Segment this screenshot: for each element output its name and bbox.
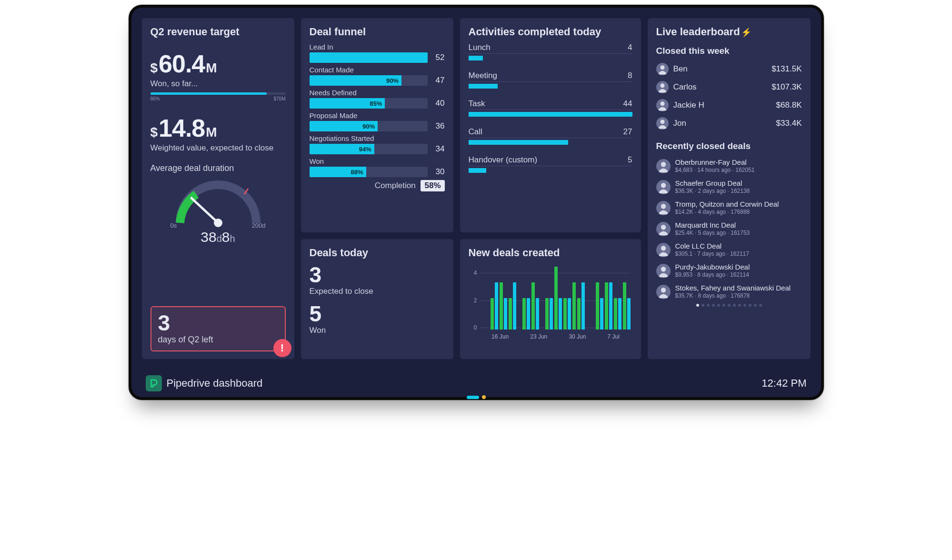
deal-row[interactable]: Marquardt Inc Deal$25.4K · 5 days ago · … <box>656 218 802 239</box>
deal-title: Oberbrunner-Fay Deal <box>675 158 755 166</box>
bar-group <box>541 267 544 330</box>
deal-subtitle: $9,953 · 8 days ago · 162114 <box>675 271 750 278</box>
avatar <box>656 99 669 111</box>
avatar <box>656 285 671 299</box>
card-new-deals: New deals created 4 2 0 16 Jun 23 Jun 30… <box>460 239 641 359</box>
leaderboard-row[interactable]: Carlos$107.3K <box>656 78 802 96</box>
weighted-suffix: M <box>206 125 217 140</box>
funnel-stage: Needs Defined 85% 40 <box>310 89 445 109</box>
deals-today-title: Deals today <box>310 247 445 259</box>
deal-title: Schaefer Group Deal <box>675 179 750 187</box>
deal-subtitle: $4,683 · 14 hours ago · 162051 <box>675 167 755 173</box>
activity-label: Task <box>469 99 485 109</box>
leaderboard-deals: Oberbrunner-Fay Deal$4,683 · 14 hours ag… <box>656 155 802 302</box>
avatar <box>656 222 671 236</box>
xlabel: 16 Jun <box>491 333 509 340</box>
deal-row[interactable]: Schaefer Group Deal$36.3K · 2 days ago ·… <box>656 176 802 197</box>
leaderboard-title: Live leaderboard⚡ <box>656 26 802 38</box>
bar-group <box>572 267 576 330</box>
progress-to-target: 86% $70M <box>150 92 286 101</box>
deals-won: 5 <box>310 303 445 325</box>
deal-row[interactable]: Cole LLC Deal$305.1 · 7 days ago · 16211… <box>656 239 802 260</box>
funnel-stage: Contact Made 90% 47 <box>310 66 445 86</box>
person-name: Jackie H <box>673 100 772 110</box>
pagination-dots[interactable] <box>656 304 802 307</box>
activity-count: 27 <box>623 127 632 137</box>
deal-row[interactable]: Purdy-Jakubowski Deal$9,953 · 8 days ago… <box>656 260 802 281</box>
activity-label: Meeting <box>469 71 497 80</box>
activities-title: Activities completed today <box>469 26 632 38</box>
alert-text: days of Q2 left <box>158 335 278 345</box>
avatar <box>656 243 671 257</box>
funnel-stage: Won 88% 30 <box>310 157 445 177</box>
funnel-stage-count: 30 <box>432 167 445 177</box>
bar-group <box>554 267 562 330</box>
activity-row: Task44 <box>469 99 632 117</box>
leaderboard-row[interactable]: Ben$131.5K <box>656 60 802 78</box>
won-caption: Won, so far... <box>150 79 286 89</box>
deal-row[interactable]: Tromp, Quitzon and Corwin Deal$14.2K · 4… <box>656 197 802 218</box>
svg-point-22 <box>661 267 665 271</box>
revenue-title: Q2 revenue target <box>150 26 286 38</box>
deals-expected: 3 <box>310 264 445 286</box>
bar-group <box>518 267 521 330</box>
xlabel: 30 Jun <box>569 333 586 340</box>
completion-badge: 58% <box>421 180 444 191</box>
card-revenue-target: Q2 revenue target $ 60.4 M Won, so far..… <box>142 18 294 359</box>
deal-title: Cole LLC Deal <box>675 242 749 250</box>
bar-group <box>596 267 603 330</box>
person-amount: $33.4K <box>776 119 802 128</box>
activity-row: Meeting8 <box>469 71 632 89</box>
activity-label: Lunch <box>469 43 491 52</box>
card-leaderboard: Live leaderboard⚡ Closed this week Ben$1… <box>648 18 811 359</box>
weighted-value: 14.8 <box>159 114 205 142</box>
funnel-stage-label: Lead In <box>310 43 445 51</box>
bar-group <box>586 267 590 330</box>
person-amount: $68.8K <box>776 100 802 110</box>
xlabel: 23 Jun <box>530 333 547 340</box>
deal-subtitle: $25.4K · 5 days ago · 161753 <box>675 230 750 236</box>
avatar <box>656 201 671 215</box>
deal-row[interactable]: Oberbrunner-Fay Deal$4,683 · 14 hours ag… <box>656 155 802 176</box>
leaderboard-people: Ben$131.5KCarlos$107.3KJackie H$68.8KJon… <box>656 60 802 132</box>
bar-group <box>486 267 489 330</box>
gauge-title: Average deal duration <box>150 163 286 173</box>
svg-point-14 <box>661 183 665 188</box>
leaderboard-row[interactable]: Jackie H$68.8K <box>656 96 802 114</box>
svg-point-20 <box>661 246 665 250</box>
won-suffix: M <box>206 60 217 76</box>
funnel-completion: Completion 58% <box>310 180 445 191</box>
new-deals-title: New deals created <box>469 247 632 259</box>
brand-icon <box>146 375 162 391</box>
deal-title: Tromp, Quitzon and Corwin Deal <box>675 200 779 208</box>
leaderboard-row[interactable]: Jon$33.4K <box>656 114 802 132</box>
person-name: Carlos <box>673 82 767 92</box>
deal-subtitle: $35.7K · 8 days ago · 176878 <box>675 292 791 299</box>
dashboard-monitor: Q2 revenue target $ 60.4 M Won, so far..… <box>129 5 824 400</box>
funnel-stage-label: Needs Defined <box>310 89 445 97</box>
card-deals-today: Deals today 3 Expected to close 5 Won <box>301 239 453 359</box>
won-value: 60.4 <box>159 50 205 78</box>
deal-row[interactable]: Stokes, Fahey and Swaniawski Deal$35.7K … <box>656 281 802 302</box>
activity-count: 8 <box>628 71 632 80</box>
activity-row: Call27 <box>469 127 632 145</box>
recently-closed-title: Recently closed deals <box>656 141 802 151</box>
deal-subtitle: $305.1 · 7 days ago · 162117 <box>675 250 749 257</box>
bar-group <box>605 267 612 330</box>
funnel-rows: Lead In 52 Contact Made 90% 47 Needs Def… <box>310 43 445 177</box>
avatar <box>656 81 669 93</box>
won-amount: $ 60.4 M <box>150 50 286 78</box>
alert-number: 3 <box>158 312 278 334</box>
person-name: Jon <box>673 119 772 128</box>
closed-this-week-title: Closed this week <box>656 46 802 56</box>
avatar <box>656 180 671 194</box>
bolt-icon: ⚡ <box>741 28 752 37</box>
funnel-stage: Lead In 52 <box>310 43 445 63</box>
avatar <box>656 117 669 130</box>
person-name: Ben <box>673 64 767 74</box>
currency-symbol: $ <box>150 125 158 140</box>
activity-row: Lunch4 <box>469 43 632 60</box>
alert-days-left: 3 days of Q2 left ! <box>150 306 286 351</box>
deal-subtitle: $14.2K · 4 days ago · 176888 <box>675 209 779 215</box>
bar-group <box>500 267 507 330</box>
